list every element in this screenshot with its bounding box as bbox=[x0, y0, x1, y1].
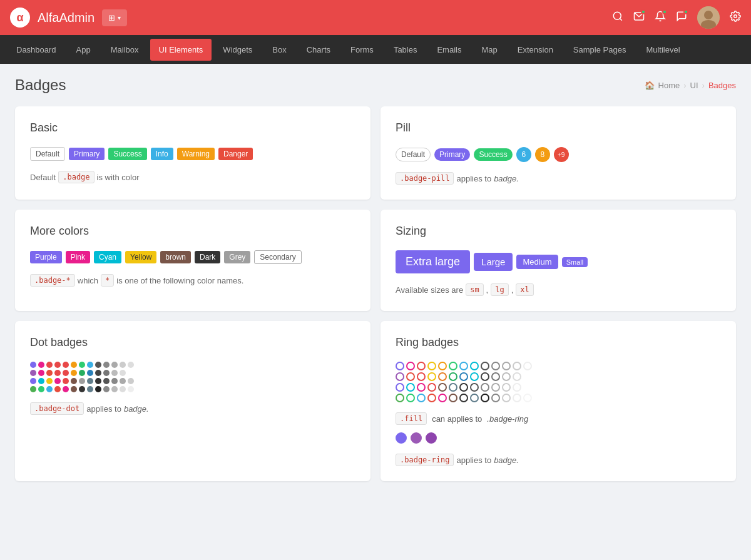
nav-box[interactable]: Box bbox=[263, 39, 295, 61]
badge-primary: Primary bbox=[69, 148, 105, 160]
dot-colors-grid bbox=[30, 362, 355, 392]
chat-notification-dot bbox=[683, 9, 688, 14]
nav-forms[interactable]: Forms bbox=[342, 39, 382, 61]
dot-vlgrey2 bbox=[120, 370, 126, 376]
dropdown-arrow: ▾ bbox=[118, 14, 121, 21]
nav-charts[interactable]: Charts bbox=[298, 39, 339, 61]
nav-sample-pages[interactable]: Sample Pages bbox=[565, 39, 635, 61]
card-sizing-title: Sizing bbox=[396, 225, 721, 238]
ring-r4-11 bbox=[502, 394, 511, 402]
badge-purple: Purple bbox=[30, 251, 62, 263]
nav-multilevel[interactable]: Multilevel bbox=[637, 39, 688, 61]
dot-r4-6 bbox=[71, 386, 77, 392]
ring-r2-4 bbox=[427, 372, 436, 381]
dot-red6 bbox=[63, 370, 69, 376]
nav-app[interactable]: App bbox=[68, 39, 100, 61]
dot-r3-1 bbox=[30, 378, 36, 384]
more-colors-badge-row: Purple Pink Cyan Yellow brown Dark Grey … bbox=[30, 250, 355, 264]
badge-danger: Danger bbox=[218, 148, 253, 160]
nav-tables[interactable]: Tables bbox=[385, 39, 426, 61]
mc-desc-text: is one of the following color names. bbox=[116, 276, 243, 285]
ring-r2-2 bbox=[406, 372, 415, 381]
dot-blue2 bbox=[87, 370, 93, 376]
dot-green bbox=[79, 362, 85, 368]
chat-icon[interactable] bbox=[676, 11, 687, 25]
nav-map[interactable]: Map bbox=[473, 39, 506, 61]
grid-button[interactable]: ⊞ ▾ bbox=[102, 9, 127, 26]
fill-badge-purple2 bbox=[411, 432, 422, 444]
ring-r3-6 bbox=[449, 383, 457, 392]
card-dot-title: Dot badges bbox=[30, 336, 355, 349]
svg-point-0 bbox=[613, 12, 621, 19]
pill-badge-num3: +9 bbox=[554, 147, 569, 162]
ring-r2-11 bbox=[502, 372, 511, 381]
basic-desc: Default .badge is with color bbox=[30, 171, 355, 183]
top-bar: α AlfaAdmin ⊞ ▾ bbox=[0, 0, 751, 35]
pill-badge-default: Default bbox=[396, 148, 431, 161]
bell-notification-dot bbox=[662, 9, 667, 14]
breadcrumb-sep2: › bbox=[702, 81, 705, 90]
ring-r2-9 bbox=[481, 372, 489, 381]
avatar[interactable] bbox=[697, 6, 720, 29]
dot-r3-11 bbox=[111, 378, 118, 384]
pill-badge-row: Default Primary Success 6 8 +9 bbox=[396, 147, 721, 162]
dot-pink bbox=[38, 362, 44, 368]
mail-icon[interactable] bbox=[633, 11, 645, 25]
ring-r3-7 bbox=[459, 383, 468, 392]
ring-cyan bbox=[470, 362, 479, 370]
nav-emails[interactable]: Emails bbox=[428, 39, 470, 61]
ring-r4-8 bbox=[470, 394, 479, 402]
pill-desc-badge: badge. bbox=[494, 174, 519, 183]
dot-r3-5 bbox=[63, 378, 69, 384]
badge-extra-large: Extra large bbox=[396, 250, 470, 273]
ring-row-4 bbox=[396, 394, 721, 402]
pill-badge-success: Success bbox=[474, 148, 512, 161]
code-badge-dot: .badge-dot bbox=[30, 402, 84, 415]
nav-dashboard[interactable]: Dashboard bbox=[8, 39, 65, 61]
dot-desc: .badge-dot applies to badge. bbox=[30, 402, 355, 415]
nav-extension[interactable]: Extension bbox=[509, 39, 562, 61]
fill-badge-ring-text: .badge-ring bbox=[487, 414, 528, 424]
settings-icon[interactable] bbox=[730, 11, 741, 25]
logo-admin: Admin bbox=[59, 11, 95, 24]
dot-r4-10 bbox=[103, 386, 110, 392]
breadcrumb-ui[interactable]: UI bbox=[690, 81, 698, 90]
pill-desc: .badge-pill applies to badge. bbox=[396, 172, 721, 185]
dot-red5 bbox=[54, 370, 61, 376]
nav-mailbox[interactable]: Mailbox bbox=[102, 39, 148, 61]
pill-badge-num2: 8 bbox=[535, 147, 550, 162]
dot-grey bbox=[103, 362, 110, 368]
search-icon[interactable] bbox=[612, 11, 623, 25]
badge-yellow: Yellow bbox=[125, 251, 156, 263]
fill-can-text: can applies to bbox=[432, 414, 482, 424]
dot-r3-13 bbox=[128, 378, 134, 384]
card-ring-badges: Ring badges bbox=[381, 321, 736, 481]
badge-medium: Medium bbox=[516, 255, 558, 269]
dot-r4-7 bbox=[79, 386, 85, 392]
grid-icon: ⊞ bbox=[108, 13, 115, 23]
page-title: Badges bbox=[15, 76, 66, 94]
card-sizing: Sizing Extra large Large Medium Small Av… bbox=[381, 210, 736, 311]
breadcrumb-home[interactable]: Home bbox=[658, 81, 680, 90]
dot-r4-13 bbox=[128, 386, 134, 392]
dot-r3-3 bbox=[46, 378, 53, 384]
nav-widgets[interactable]: Widgets bbox=[214, 39, 261, 61]
code-badge-ring: .badge-ring bbox=[396, 454, 454, 466]
nav-ui-elements[interactable]: UI Elements bbox=[150, 39, 212, 61]
badge-pink: Pink bbox=[66, 251, 90, 263]
badge-large: Large bbox=[474, 253, 513, 271]
ring-r4-7 bbox=[459, 394, 468, 402]
ring-row-2 bbox=[396, 372, 721, 381]
code-badge-pill: .badge-pill bbox=[396, 172, 454, 185]
ring-r3-10 bbox=[491, 383, 500, 392]
dot-row-4 bbox=[30, 386, 355, 392]
dot-row-1 bbox=[30, 362, 355, 368]
mc-desc-which: which bbox=[78, 276, 98, 285]
bell-icon[interactable] bbox=[655, 11, 666, 25]
ring-r3-12 bbox=[513, 383, 521, 392]
ring-yellow bbox=[427, 362, 436, 370]
sizing-desc: Available sizes are sm , lg , xl bbox=[396, 283, 721, 296]
ring-r4-12 bbox=[513, 394, 521, 402]
ring-r3-3 bbox=[417, 383, 426, 392]
dot-lgrey2 bbox=[111, 370, 118, 376]
